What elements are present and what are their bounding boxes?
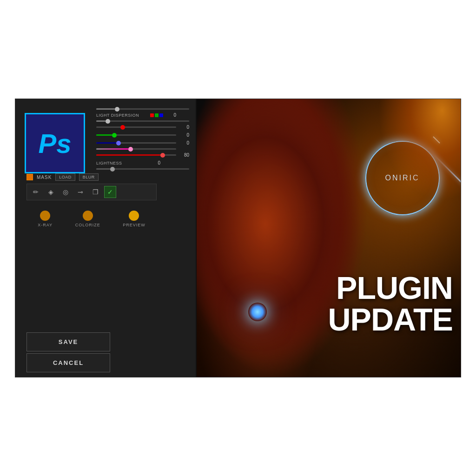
toggle-colorize[interactable]: COLORIZE bbox=[75, 211, 100, 227]
colorize-dot bbox=[83, 211, 93, 221]
mask-label: MASK bbox=[37, 175, 52, 180]
preview-dot bbox=[129, 211, 139, 221]
slider-value-3: 0 bbox=[179, 140, 189, 145]
ps-logo: Ps bbox=[25, 113, 85, 173]
lightness-value: 0 bbox=[150, 160, 160, 165]
color-dots bbox=[150, 113, 163, 117]
slider-value-5: 80 bbox=[179, 152, 189, 158]
eraser-tool-icon[interactable]: ◈ bbox=[45, 186, 57, 198]
eyedropper-tool-icon[interactable]: ⊸ bbox=[74, 186, 86, 198]
slider-value-1: 0 bbox=[179, 125, 189, 130]
mask-row: MASK LOAD BLUR bbox=[26, 173, 189, 181]
slider-row-3: 0 bbox=[96, 140, 189, 145]
sliders-section: LIGHT DISPERSION 0 bbox=[96, 108, 189, 171]
slider-row-lightness bbox=[96, 168, 189, 170]
slider-row-top bbox=[96, 108, 189, 110]
cancel-button[interactable]: CANCEL bbox=[26, 353, 110, 372]
slider-row-1: 0 bbox=[96, 125, 189, 130]
plugin-line2: UPDATE bbox=[328, 304, 453, 335]
tool-row: ✏ ◈ ◎ ⊸ ❐ ✓ bbox=[26, 184, 157, 200]
main-container: Ps LIGHT DISPERSION 0 bbox=[15, 99, 461, 377]
right-panel: ONIRIC PLUGIN UPDATE bbox=[197, 99, 461, 377]
slider-track-5[interactable] bbox=[96, 154, 176, 156]
slider-track-lightness[interactable] bbox=[96, 168, 189, 170]
slider-track-3[interactable] bbox=[96, 142, 176, 144]
slider-track-top[interactable] bbox=[96, 108, 189, 110]
slider-track-1[interactable] bbox=[96, 126, 176, 128]
colorize-label: COLORIZE bbox=[75, 223, 100, 227]
check-tool-icon[interactable]: ✓ bbox=[104, 186, 116, 198]
light-dispersion-value: 0 bbox=[166, 112, 176, 118]
bottom-controls: X-RAY COLORIZE PREVIEW bbox=[26, 211, 157, 227]
circle-tool-icon[interactable]: ◎ bbox=[60, 186, 72, 198]
toggle-preview[interactable]: PREVIEW bbox=[123, 211, 145, 227]
lightness-label: LIGHTNESS bbox=[96, 161, 147, 165]
ps-logo-text: Ps bbox=[39, 128, 72, 159]
copy-tool-icon[interactable]: ❐ bbox=[89, 186, 101, 198]
plugin-update-text: PLUGIN UPDATE bbox=[328, 272, 453, 335]
slider-row-lightness-label: LIGHTNESS 0 bbox=[96, 160, 189, 165]
slider-row-5: 80 bbox=[96, 152, 189, 158]
brush-tool-icon[interactable]: ✏ bbox=[30, 186, 42, 198]
load-button[interactable]: LOAD bbox=[55, 173, 75, 181]
preview-label: PREVIEW bbox=[123, 223, 145, 227]
circle-label: ONIRIC bbox=[385, 174, 420, 182]
slider-track-2[interactable] bbox=[96, 134, 176, 136]
light-dispersion-label: LIGHT DISPERSION bbox=[96, 113, 147, 118]
blur-button[interactable]: BLUR bbox=[79, 173, 99, 181]
mask-color-box bbox=[26, 174, 33, 180]
dot-blue bbox=[159, 113, 163, 117]
slider-row-light-dispersion: LIGHT DISPERSION 0 bbox=[96, 112, 189, 118]
dot-red bbox=[150, 113, 154, 117]
slider-row-2: 0 bbox=[96, 132, 189, 138]
slider-row-4 bbox=[96, 148, 189, 150]
save-button[interactable]: SAVE bbox=[26, 332, 110, 351]
xray-dot bbox=[40, 211, 50, 221]
action-buttons: SAVE CANCEL bbox=[22, 332, 189, 372]
xray-label: X-RAY bbox=[38, 223, 53, 227]
dot-green bbox=[155, 113, 159, 117]
plugin-line1: PLUGIN bbox=[328, 272, 453, 304]
slider-row-ld-sub bbox=[96, 120, 189, 122]
slider-track-4[interactable] bbox=[96, 148, 176, 150]
slider-track-ld-sub[interactable] bbox=[96, 120, 189, 122]
slider-value-2: 0 bbox=[179, 132, 189, 138]
left-panel: Ps LIGHT DISPERSION 0 bbox=[15, 99, 197, 377]
toggle-xray[interactable]: X-RAY bbox=[38, 211, 53, 227]
glow-circle: ONIRIC bbox=[365, 141, 440, 215]
